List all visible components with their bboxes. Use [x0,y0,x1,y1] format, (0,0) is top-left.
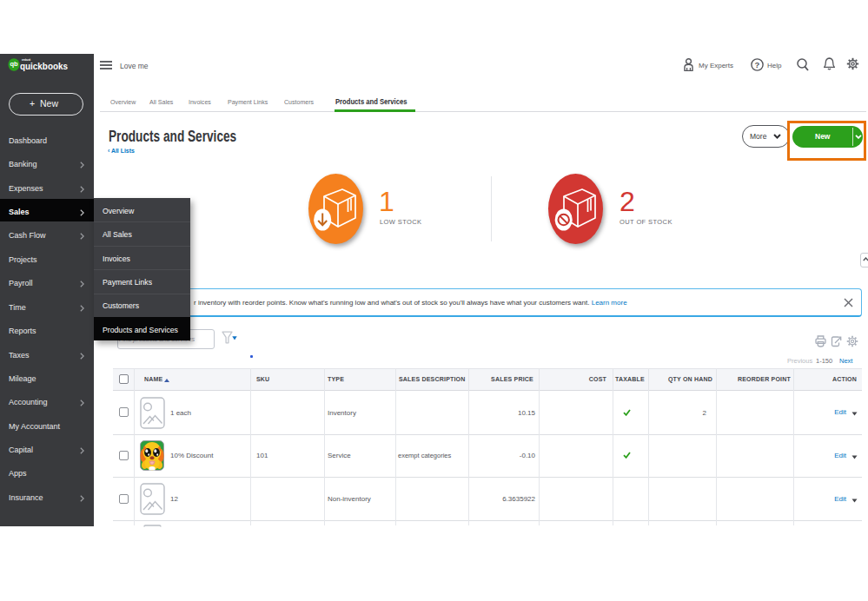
svg-text:qb: qb [10,61,18,69]
svg-text:?: ? [755,60,760,69]
